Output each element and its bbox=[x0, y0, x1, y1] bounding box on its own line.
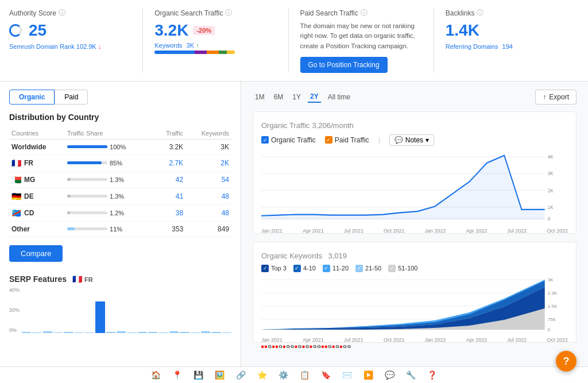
serp-chart bbox=[22, 287, 231, 333]
organic-search-title: Organic Search Traffic ⓘ bbox=[154, 8, 276, 18]
home-icon[interactable]: 🏠 bbox=[151, 370, 161, 380]
organic-keywords-title: Organic Keywords 3,019 bbox=[261, 250, 568, 260]
ok-legend: ✓ Top 3✓ 4-10✓ 11-20✓ 21-50✓ 51-100 bbox=[261, 265, 568, 272]
main-content: Organic Paid Distribution by Country Cou… bbox=[0, 82, 588, 381]
time-controls: 1M6M1Y2YAll time ↑ Export bbox=[253, 90, 577, 105]
help-button[interactable]: ? bbox=[556, 351, 577, 372]
serp-bar bbox=[32, 332, 41, 333]
serp-bar bbox=[127, 332, 136, 333]
play-icon[interactable]: ▶️ bbox=[363, 370, 373, 380]
table-row: 🇲🇬 MG 1.3% 4254 bbox=[9, 171, 231, 188]
organic-search-card: Organic Search Traffic ⓘ 3.2K -20% Keywo… bbox=[143, 8, 288, 73]
svg-text:0: 0 bbox=[548, 327, 551, 332]
star-icon[interactable]: ⭐ bbox=[257, 370, 267, 380]
table-row: Other 11% 353849 bbox=[9, 221, 231, 237]
top-cards: Authority Score ⓘ 25 Semrush Domain Rank… bbox=[0, 0, 588, 82]
position-tracking-btn[interactable]: Go to Position Tracking bbox=[300, 57, 388, 73]
serp-bar bbox=[191, 332, 200, 333]
link-icon[interactable]: 🔗 bbox=[236, 370, 246, 380]
email-icon[interactable]: ✉️ bbox=[342, 370, 352, 380]
serp-bar bbox=[222, 332, 231, 333]
tab-paid[interactable]: Paid bbox=[55, 90, 88, 105]
left-panel: Organic Paid Distribution by Country Cou… bbox=[0, 82, 241, 381]
table-row: 🇩🇪 DE 1.3% 4148 bbox=[9, 188, 231, 204]
serp-bar bbox=[117, 331, 126, 333]
backlinks-value: 1.4K bbox=[446, 21, 567, 40]
serp-markers: ■ ■ G ■ ■ G ■ G G ■ G ■ G ■ G G ■ bbox=[261, 344, 568, 349]
serp-bar bbox=[43, 331, 52, 333]
serp-section: SERP Features 🇫🇷 FR 40% 20% 0% bbox=[9, 274, 231, 333]
help-icon[interactable]: ❓ bbox=[427, 370, 437, 380]
authority-score-card: Authority Score ⓘ 25 Semrush Domain Rank… bbox=[9, 8, 143, 73]
notes-btn[interactable]: 💬 Notes ▾ bbox=[389, 134, 434, 146]
svg-text:4K: 4K bbox=[548, 154, 554, 160]
compare-btn[interactable]: Compare bbox=[9, 245, 63, 262]
tab-organic[interactable]: Organic bbox=[9, 90, 55, 105]
svg-text:3K: 3K bbox=[548, 171, 554, 176]
serp-bar bbox=[148, 332, 157, 333]
bookmark-icon[interactable]: 🔖 bbox=[321, 370, 331, 380]
organic-search-value: 3.2K -20% bbox=[154, 21, 276, 40]
serp-bar bbox=[22, 332, 31, 333]
serp-bar bbox=[211, 332, 220, 333]
svg-marker-5 bbox=[261, 155, 545, 219]
serp-bar bbox=[180, 332, 189, 333]
time-btn-6m[interactable]: 6M bbox=[272, 91, 286, 103]
save-icon[interactable]: 💾 bbox=[194, 370, 203, 380]
right-panel: 1M6M1Y2YAll time ↑ Export Organic Traffi… bbox=[241, 82, 588, 381]
bottom-icons: 🏠 📍 💾 🖼️ 🔗 ⭐ ⚙️ 📋 🔖 ✉️ ▶️ 💬 🔧 ❓ bbox=[0, 366, 588, 383]
organic-keywords-section: Organic Keywords 3,019 ✓ Top 3✓ 4-10✓ 11… bbox=[253, 242, 577, 343]
serp-bar bbox=[53, 332, 63, 333]
serp-bar bbox=[169, 331, 179, 333]
svg-text:756: 756 bbox=[548, 317, 556, 322]
serp-bar bbox=[201, 331, 210, 333]
table-row: 🇫🇷 FR 85% 2.7K2K bbox=[9, 154, 231, 171]
svg-text:2.3K: 2.3K bbox=[548, 291, 558, 296]
serp-bar bbox=[64, 332, 73, 333]
chart-legend: ✓ Organic Traffic ✓ Paid Traffic | 💬 Not… bbox=[261, 134, 568, 146]
organic-traffic-section: Organic Traffic 3,206/month ✓ Organic Tr… bbox=[253, 111, 577, 234]
tool-icon[interactable]: 🔧 bbox=[406, 370, 416, 380]
backlinks-title: Backlinks ⓘ bbox=[446, 8, 567, 18]
svg-text:0: 0 bbox=[548, 216, 551, 222]
tabs-row: Organic Paid bbox=[9, 90, 231, 105]
settings-icon[interactable]: ⚙️ bbox=[278, 370, 288, 380]
svg-text:3K: 3K bbox=[548, 277, 554, 283]
serp-bar bbox=[95, 301, 105, 333]
export-btn[interactable]: ↑ Export bbox=[535, 90, 577, 105]
time-buttons: 1M6M1Y2YAll time bbox=[253, 91, 353, 103]
authority-score-value: 25 bbox=[9, 21, 131, 40]
time-btn-1m[interactable]: 1M bbox=[253, 91, 267, 103]
organic-traffic-chart: 4K 3K 2K 1K 0 Jan 2021Apr 2021Jul 2021Oc… bbox=[261, 150, 568, 225]
svg-text:1.5K: 1.5K bbox=[548, 304, 558, 309]
time-btn-1y[interactable]: 1Y bbox=[290, 91, 303, 103]
paid-search-card: Paid Search Traffic ⓘ The domain may be … bbox=[289, 8, 434, 73]
paid-check[interactable]: ✓ bbox=[325, 136, 332, 144]
authority-score-title: Authority Score ⓘ bbox=[9, 8, 131, 18]
svg-text:1K: 1K bbox=[548, 204, 554, 210]
serp-bar bbox=[85, 332, 94, 333]
organic-traffic-title: Organic Traffic 3,206/month bbox=[261, 120, 568, 130]
time-btn-all-time[interactable]: All time bbox=[326, 91, 353, 103]
svg-text:2K: 2K bbox=[548, 187, 554, 193]
location-icon[interactable]: 📍 bbox=[172, 370, 182, 380]
serp-bar bbox=[106, 332, 115, 333]
organic-keywords-chart: 3K 2.3K 1.5K 756 0 Jan 2021Apr 2021Jul 2… bbox=[261, 277, 568, 334]
keywords-bar bbox=[154, 51, 235, 54]
time-btn-2y[interactable]: 2Y bbox=[308, 91, 321, 103]
backlinks-card: Backlinks ⓘ 1.4K Referring Domains 194 bbox=[434, 8, 579, 73]
organic-check[interactable]: ✓ bbox=[261, 136, 269, 144]
clipboard-icon[interactable]: 📋 bbox=[300, 370, 310, 380]
serp-bar bbox=[138, 332, 147, 333]
serp-bar bbox=[75, 332, 84, 333]
serp-bar bbox=[158, 332, 168, 333]
paid-search-title: Paid Search Traffic ⓘ bbox=[300, 8, 422, 18]
table-row: Worldwide 100% 3.2K3K bbox=[9, 139, 231, 154]
distribution-title: Distribution by Country bbox=[9, 113, 231, 122]
table-row: 🇨🇩 CD 1.2% 3848 bbox=[9, 204, 231, 221]
country-table: Countries Traffic Share Traffic Keywords… bbox=[9, 127, 231, 237]
image-icon[interactable]: 🖼️ bbox=[215, 370, 225, 380]
comment-icon[interactable]: 💬 bbox=[385, 370, 394, 380]
authority-icon bbox=[9, 24, 22, 37]
